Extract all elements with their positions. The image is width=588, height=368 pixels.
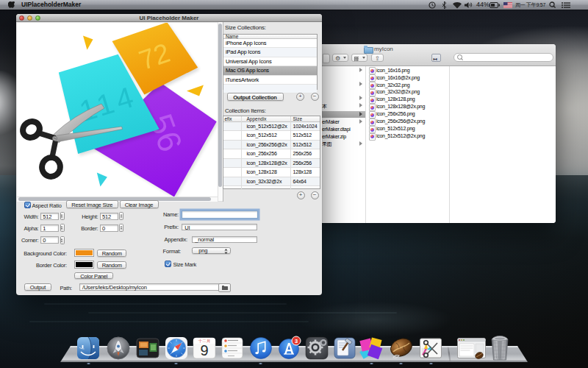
svg-text:3: 3 [295,338,298,344]
svg-text:9: 9 [200,342,208,358]
svg-text:9: 9 [200,362,208,368]
